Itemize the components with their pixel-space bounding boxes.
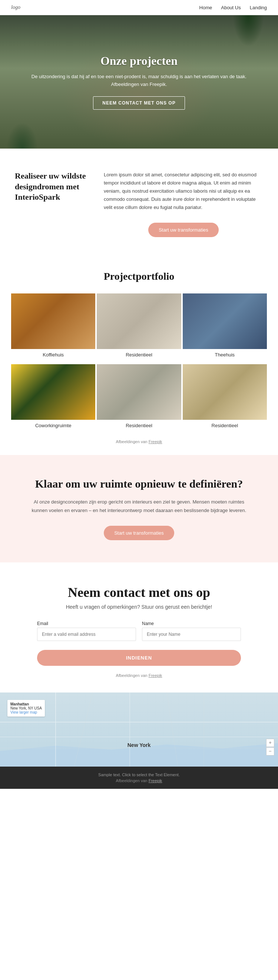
portfolio-section: Projectportfolio Koffiehuis Residentieel… <box>0 256 278 455</box>
portfolio-img-4 <box>97 364 181 420</box>
footer-sample-text[interactable]: Sample text. Click to select the Text El… <box>11 773 267 777</box>
cta-description: Al onze designconcepten zijn erop gerich… <box>30 498 248 514</box>
email-label: Email <box>37 621 136 626</box>
navbar: logo Home About Us Landing <box>0 0 278 15</box>
portfolio-img-5 <box>183 364 267 420</box>
zoom-in-button[interactable]: + <box>266 739 274 747</box>
contact-section: Neem contact met ons op Heeft u vragen o… <box>0 562 278 692</box>
contact-form: Email Name INDIENEN <box>37 621 241 666</box>
portfolio-caption-5: Residentieel <box>183 420 267 433</box>
portfolio-img-3 <box>11 364 95 420</box>
submit-button[interactable]: INDIENEN <box>37 650 241 666</box>
contact-subtitle: Heeft u vragen of opmerkingen? Stuur ons… <box>37 604 241 610</box>
nav-logo: logo <box>11 5 21 10</box>
hero-title: Onze projecten <box>22 54 256 68</box>
hero-cta-button[interactable]: NEEM CONTACT MET ONS OP <box>93 96 185 110</box>
svg-line-6 <box>74 692 93 767</box>
portfolio-title: Projectportfolio <box>11 270 267 282</box>
map-section: Manhattan New York, NY USA View larger m… <box>0 692 278 767</box>
portfolio-caption-4: Residentieel <box>97 420 181 433</box>
portfolio-item-1[interactable]: Residentieel <box>97 293 181 363</box>
map-view-larger[interactable]: View larger map <box>10 710 37 714</box>
footer: Sample text. Click to select the Text El… <box>0 767 278 789</box>
portfolio-img-0 <box>11 293 95 349</box>
map-zoom-controls: + − <box>266 739 274 756</box>
portfolio-freepik-link[interactable]: Freepik <box>149 439 162 444</box>
intro-transform-button[interactable]: Start uw transformaties <box>148 223 219 237</box>
nav-links: Home About Us Landing <box>200 5 267 10</box>
name-group: Name <box>142 621 241 641</box>
email-group: Email <box>37 621 136 641</box>
hero-content: Onze projecten De uitzondering is dat hi… <box>0 54 278 110</box>
hero-section: Onze projecten De uitzondering is dat hi… <box>0 15 278 149</box>
portfolio-caption-2: Theehuis <box>183 349 267 363</box>
portfolio-item-0[interactable]: Koffiehuis <box>11 293 95 363</box>
email-field[interactable] <box>37 628 136 641</box>
svg-line-7 <box>167 692 178 767</box>
intro-section: Realiseer uw wildste designdromen met In… <box>0 149 278 256</box>
portfolio-img-1 <box>97 293 181 349</box>
map-pin-line1: Manhattan <box>10 702 42 706</box>
portfolio-credit: Afbeeldingen van Freepik <box>11 439 267 444</box>
name-label: Name <box>142 621 241 626</box>
contact-freepik-link[interactable]: Freepik <box>149 673 162 678</box>
intro-right: Lorem ipsum dolor sit amet, consectetur … <box>104 171 263 237</box>
footer-freepik-link[interactable]: Freepik <box>149 778 162 783</box>
form-row: Email Name <box>37 621 241 641</box>
nav-home[interactable]: Home <box>200 5 212 10</box>
hero-description: De uitzondering is dat hij af en toe een… <box>22 73 256 89</box>
portfolio-caption-3: Coworkingruimte <box>11 420 95 433</box>
cta-section: Klaar om uw ruimte opnieuw te definiëren… <box>0 455 278 562</box>
portfolio-item-3[interactable]: Coworkingruimte <box>11 364 95 433</box>
intro-btn-wrap: Start uw transformaties <box>104 223 263 237</box>
portfolio-grid: Koffiehuis Residentieel Theehuis Coworki… <box>11 293 267 433</box>
portfolio-caption-0: Koffiehuis <box>11 349 95 363</box>
zoom-out-button[interactable]: − <box>266 747 274 756</box>
name-field[interactable] <box>142 628 241 641</box>
intro-heading: Realiseer uw wildste designdromen met In… <box>15 171 89 203</box>
intro-left: Realiseer uw wildste designdromen met In… <box>15 171 89 237</box>
intro-body: Lorem ipsum dolor sit amet, consectetur … <box>104 171 263 212</box>
nav-landing[interactable]: Landing <box>250 5 267 10</box>
cta-transform-button[interactable]: Start uw transformaties <box>104 526 174 540</box>
cta-title: Klaar om uw ruimte opnieuw te definiëren… <box>30 477 248 490</box>
footer-credit: Afbeeldingen van Freepik <box>11 778 267 783</box>
portfolio-caption-1: Residentieel <box>97 349 181 363</box>
portfolio-item-4[interactable]: Residentieel <box>97 364 181 433</box>
contact-title: Neem contact met ons op <box>37 585 241 600</box>
contact-credit: Afbeeldingen van Freepik <box>37 673 241 678</box>
map-pin-line2: New York, NY USA <box>10 706 42 710</box>
portfolio-item-5[interactable]: Residentieel <box>183 364 267 433</box>
nav-about[interactable]: About Us <box>221 5 241 10</box>
map-pin: Manhattan New York, NY USA View larger m… <box>7 700 45 717</box>
map-label: New York <box>128 742 151 748</box>
portfolio-img-2 <box>183 293 267 349</box>
portfolio-item-2[interactable]: Theehuis <box>183 293 267 363</box>
